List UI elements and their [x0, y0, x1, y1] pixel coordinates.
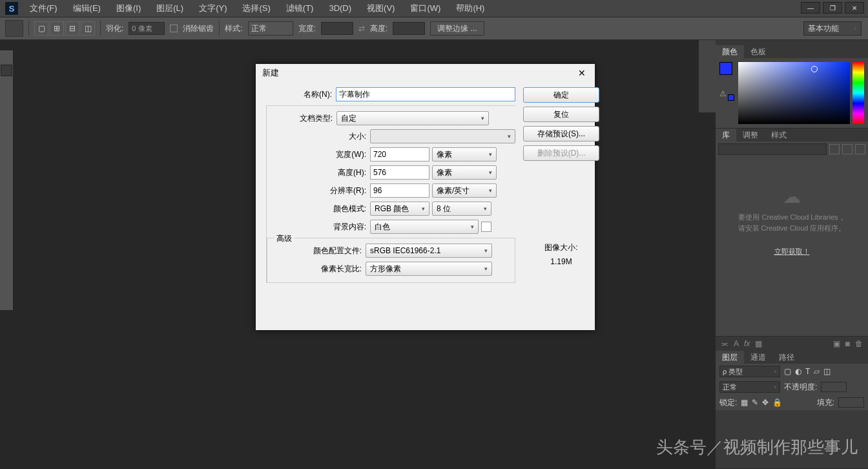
tab-color[interactable]: 颜色 [716, 45, 744, 58]
menu-3d[interactable]: 3D(D) [321, 0, 359, 17]
history-tool[interactable] [1, 168, 12, 180]
shape-tool[interactable] [1, 271, 12, 283]
character-icon[interactable] [701, 96, 714, 109]
menu-layer[interactable]: 图层(L) [149, 0, 191, 17]
tab-adjustments[interactable]: 调整 [736, 129, 765, 141]
type-tool[interactable] [1, 245, 12, 257]
tab-layers[interactable]: 图层 [716, 351, 744, 364]
style-select[interactable]: 正常▾ [248, 21, 293, 36]
width-input-dlg[interactable] [370, 147, 429, 162]
ok-button[interactable]: 确定 [523, 87, 599, 103]
swap-icon[interactable]: ⇄ [358, 24, 365, 33]
select-add-icon[interactable]: ⊞ [50, 21, 64, 36]
menu-file[interactable]: 文件(F) [22, 0, 65, 17]
height-input-dlg[interactable] [370, 165, 429, 180]
height-unit-select[interactable]: 像素▾ [432, 165, 497, 180]
resolution-input[interactable] [370, 183, 429, 198]
fill-input[interactable] [838, 397, 864, 408]
bg-select[interactable]: 白色▾ [370, 220, 479, 234]
blur-tool[interactable] [1, 207, 12, 218]
fx-s-icon[interactable]: ▣ [833, 339, 840, 348]
zoom-tool[interactable] [1, 297, 12, 309]
menu-select[interactable]: 选择(S) [234, 0, 278, 17]
foreground-swatch[interactable] [719, 62, 732, 75]
crop-tool[interactable] [1, 103, 12, 115]
tool-preset[interactable] [5, 20, 23, 37]
dialog-close-button[interactable]: ✕ [575, 67, 588, 79]
move-tool[interactable] [1, 52, 12, 63]
lib-menu-icon[interactable] [855, 144, 865, 154]
opacity-input[interactable] [821, 382, 847, 392]
name-input[interactable] [336, 87, 515, 101]
select-new-icon[interactable]: ▢ [34, 21, 48, 36]
lasso-tool[interactable] [1, 78, 12, 89]
menu-image[interactable]: 图像(I) [108, 0, 149, 17]
mode-select[interactable]: RGB 颜色▾ [370, 202, 429, 216]
menu-window[interactable]: 窗口(W) [402, 0, 448, 17]
background-swatch[interactable] [728, 94, 734, 101]
brush-tool[interactable] [1, 142, 12, 154]
menu-view[interactable]: 视图(V) [359, 0, 402, 17]
dodge-tool[interactable] [1, 220, 12, 231]
antialias-checkbox[interactable] [170, 25, 178, 32]
library-select[interactable] [718, 143, 827, 155]
close-button[interactable]: ✕ [845, 2, 864, 14]
lock-paint-icon[interactable]: ✎ [752, 398, 758, 407]
preset-select[interactable]: 自定▾ [336, 111, 489, 125]
minimize-button[interactable]: — [801, 2, 820, 14]
filter-shape-icon[interactable]: ▱ [814, 367, 820, 376]
filter-img-icon[interactable]: ▢ [784, 367, 791, 376]
profile-select[interactable]: sRGB IEC61966-2.1▾ [366, 244, 492, 258]
save-preset-button[interactable]: 存储预设(S)... [523, 126, 599, 141]
wand-tool[interactable] [1, 90, 12, 102]
tab-swatches[interactable]: 色板 [744, 45, 772, 58]
bg-swatch[interactable] [481, 222, 491, 232]
feather-input[interactable] [129, 22, 165, 35]
fx-link-icon[interactable]: ⫘ [721, 339, 728, 348]
stamp-tool[interactable] [1, 155, 12, 167]
filter-smart-icon[interactable]: ◫ [823, 367, 831, 376]
filter-type-icon[interactable]: T [805, 367, 810, 376]
healing-tool[interactable] [1, 129, 12, 141]
lock-pos-icon[interactable]: ✥ [762, 398, 769, 407]
properties-icon[interactable] [701, 79, 714, 92]
history-icon[interactable] [701, 62, 714, 75]
lib-list-icon[interactable] [842, 144, 852, 154]
eraser-tool[interactable] [1, 181, 12, 193]
depth-select[interactable]: 8 位▾ [432, 202, 491, 216]
refine-edge-button[interactable]: 调整边缘 ... [430, 21, 484, 36]
marquee-tool[interactable] [1, 65, 12, 76]
fx-trash-icon[interactable]: 🗑 [855, 339, 863, 348]
tab-channels[interactable]: 通道 [744, 351, 772, 364]
menu-type[interactable]: 文字(Y) [191, 0, 234, 17]
pen-tool[interactable] [1, 233, 12, 244]
fx-fill-icon[interactable]: ▦ [755, 339, 762, 348]
resolution-unit-select[interactable]: 像素/英寸▾ [432, 183, 497, 198]
lib-grid-icon[interactable] [829, 144, 840, 154]
reset-button[interactable]: 复位 [523, 107, 599, 122]
select-sub-icon[interactable]: ⊟ [65, 21, 79, 36]
lib-get-link[interactable]: 立即获取！ [774, 247, 810, 255]
tab-styles[interactable]: 样式 [765, 129, 793, 141]
workspace-select[interactable]: 基本功能▾ [803, 21, 862, 36]
aspect-select[interactable]: 方形像素▾ [366, 262, 492, 276]
tab-libraries[interactable]: 库 [716, 129, 736, 141]
maximize-button[interactable]: ❐ [823, 2, 842, 14]
path-tool[interactable] [1, 258, 12, 270]
lock-pixels-icon[interactable]: ▦ [741, 398, 748, 407]
gradient-tool[interactable] [1, 194, 12, 205]
fx-type-icon[interactable]: A [734, 339, 739, 348]
color-picker[interactable] [738, 62, 850, 124]
menu-filter[interactable]: 滤镜(T) [278, 0, 322, 17]
lock-all-icon[interactable]: 🔒 [772, 398, 782, 407]
fx-icon[interactable]: fx [744, 339, 750, 348]
fx-mask-icon[interactable]: ◙ [845, 339, 850, 348]
hue-slider[interactable] [852, 62, 864, 124]
blend-select[interactable]: 正常▾ [719, 381, 780, 393]
hand-tool[interactable] [1, 284, 12, 296]
menu-edit[interactable]: 编辑(E) [65, 0, 108, 17]
eyedropper-tool[interactable] [1, 116, 12, 128]
width-unit-select[interactable]: 像素▾ [432, 147, 497, 162]
menu-help[interactable]: 帮助(H) [448, 0, 492, 17]
layer-filter-select[interactable]: ρ 类型▾ [719, 366, 780, 377]
